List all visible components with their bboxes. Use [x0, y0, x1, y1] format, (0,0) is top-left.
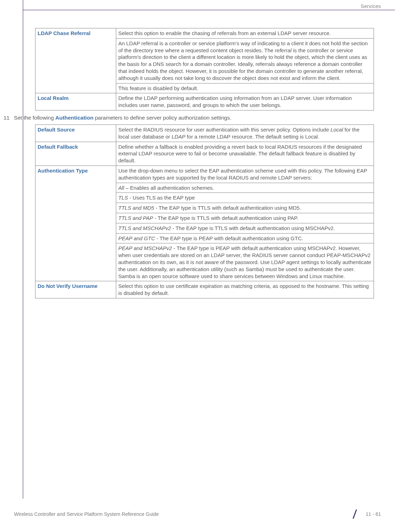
ldap-settings-table: LDAP Chase ReferralSelect this option to…: [35, 28, 374, 110]
ldap-param-value: Define the LDAP performing authenticatio…: [116, 93, 374, 110]
ldap-param-value: An LDAP referral is a controller or serv…: [116, 38, 374, 83]
page-footer: Wireless Controller and Service Platform…: [14, 510, 381, 519]
slash-icon: [353, 510, 365, 519]
table-row: Authentication TypeUse the drop-down men…: [35, 166, 374, 183]
footer-page-number: 11 - 61: [366, 511, 381, 517]
auth-param-value: PEAP and GTC - The EAP type is PEAP with…: [116, 233, 374, 243]
footer-guide-title: Wireless Controller and Service Platform…: [14, 511, 159, 517]
auth-param-label: Default Source: [35, 124, 116, 142]
ldap-param-label: Local Realm: [35, 93, 116, 110]
step-text-before: Set the following: [14, 115, 55, 121]
table-row: Local RealmDefine the LDAP performing au…: [35, 93, 374, 110]
auth-param-value: All – Enables all authentication schemes…: [116, 183, 374, 193]
header-rule: [23, 10, 395, 10]
auth-param-label: Default Fallback: [35, 142, 116, 166]
table-row: Default FallbackDefine whether a fallbac…: [35, 142, 374, 166]
table-row: Default SourceSelect the RADIUS resource…: [35, 124, 374, 142]
table-row: Do Not Verify UsernameSelect this option…: [35, 281, 374, 298]
auth-param-value: Define whether a fallback is enabled pro…: [116, 142, 374, 166]
auth-param-label: Do Not Verify Username: [35, 281, 116, 298]
page-content: LDAP Chase ReferralSelect this option to…: [0, 28, 395, 298]
step-number: 11: [4, 115, 9, 121]
ldap-param-label: LDAP Chase Referral: [35, 28, 116, 93]
auth-param-value: TTLS and PAP - The EAP type is TTLS with…: [116, 213, 374, 223]
auth-param-value: Select this option to use certificate ex…: [116, 281, 374, 298]
auth-param-value: TTLS and MSCHAPv2 - The EAP type is TTLS…: [116, 223, 374, 233]
auth-param-value: TLS - Uses TLS as the EAP type: [116, 193, 374, 203]
step-auth-keyword: Authentication: [55, 115, 94, 121]
table-row: LDAP Chase ReferralSelect this option to…: [35, 28, 374, 39]
ldap-param-value: Select this option to enable the chasing…: [116, 28, 374, 39]
authentication-settings-table: Default SourceSelect the RADIUS resource…: [35, 124, 374, 298]
auth-param-value: TTLS and MD5 - The EAP type is TTLS with…: [116, 203, 374, 213]
ldap-param-value: This feature is disabled by default.: [116, 83, 374, 93]
step-11-text: 11 Set the following Authentication para…: [0, 115, 395, 121]
step-text-after: parameters to define server policy autho…: [93, 115, 231, 121]
auth-param-label: Authentication Type: [35, 166, 116, 281]
auth-param-value: Select the RADIUS resource for user auth…: [116, 124, 374, 142]
auth-param-value: Use the drop-down menu to select the EAP…: [116, 166, 374, 183]
auth-param-value: PEAP and MSCHAPv2 - The EAP type is PEAP…: [116, 243, 374, 281]
header-section-name: Services: [361, 4, 381, 9]
